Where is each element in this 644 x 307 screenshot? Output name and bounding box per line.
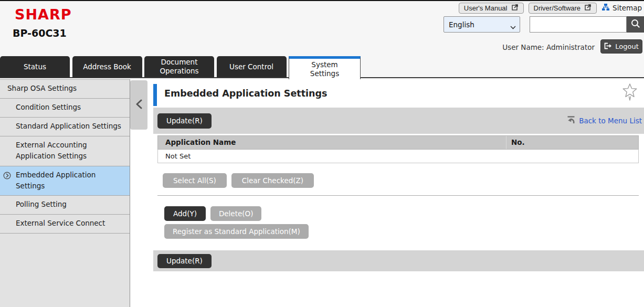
page-title: Embedded Application Settings (164, 88, 327, 99)
clear-checked-button[interactable]: Clear Checked(Z) (231, 173, 314, 188)
sidebar-item-external-accounting-application-settings[interactable]: External Accounting Application Settings (0, 136, 130, 166)
tab-label: Status (24, 62, 46, 71)
edit-button-row: Add(Y) Delete(O) (164, 206, 261, 221)
table-row: Not Set (157, 150, 639, 163)
model-name: BP-60C31 (13, 27, 67, 39)
sidebar-item-label: Condition Settings (16, 103, 81, 111)
sidebar-item-sharp-osa-settings[interactable]: Sharp OSA Settings (0, 80, 130, 99)
back-to-menu-label: Back to Menu List (579, 117, 642, 125)
users-manual-button[interactable]: User's Manual (459, 3, 524, 14)
users-manual-label: User's Manual (464, 4, 508, 12)
sidebar-item-external-service-connect[interactable]: External Service Connect (0, 215, 130, 234)
bottom-action-bar: Update(R) (153, 250, 644, 271)
section-divider (157, 195, 639, 196)
cell-no (506, 150, 638, 163)
sitemap-label: Sitemap (613, 4, 642, 12)
star-icon[interactable] (622, 83, 638, 103)
add-button[interactable]: Add(Y) (164, 206, 206, 221)
table-header-row: Application Name No. (157, 135, 639, 150)
tab-system-settings[interactable]: System Settings (289, 56, 361, 79)
sidebar-item-embedded-application-settings[interactable]: Embedded Application Settings (0, 166, 130, 196)
sidebar: Sharp OSA Settings Condition Settings St… (0, 79, 130, 307)
driver-software-button[interactable]: Driver/Software (529, 3, 597, 14)
search-button[interactable] (627, 16, 644, 33)
sidebar-item-polling-setting[interactable]: Polling Setting (0, 196, 130, 215)
logout-button[interactable]: Logout (600, 39, 642, 54)
tab-label: User Control (229, 62, 273, 71)
logout-label: Logout (615, 43, 639, 50)
language-select[interactable]: English (444, 16, 520, 33)
sidebar-item-label: Embedded Application Settings (16, 171, 96, 190)
user-name-label: User Name: Administrator (502, 43, 595, 51)
sidebar-item-label: Polling Setting (16, 200, 67, 208)
register-button-row: Register as Standard Application(M) (164, 224, 309, 239)
delete-button[interactable]: Delete(O) (210, 206, 262, 221)
tab-document-operations[interactable]: Document Operations (144, 56, 214, 77)
sidebar-item-label: External Service Connect (16, 219, 105, 227)
cell-application-name: Not Set (158, 150, 506, 163)
sidebar-item-label: External Accounting Application Settings (16, 141, 87, 160)
search-icon (630, 18, 641, 30)
sidebar-item-label: Standard Application Settings (16, 122, 121, 130)
tab-label: Address Book (83, 62, 131, 71)
tab-status[interactable]: Status (0, 56, 70, 77)
register-standard-application-button[interactable]: Register as Standard Application(M) (164, 224, 309, 239)
sidebar-item-condition-settings[interactable]: Condition Settings (0, 99, 130, 118)
sharp-logo: SHARP (15, 6, 72, 23)
main-content: Embedded Application Settings Update(R) … (153, 79, 644, 307)
sidebar-collapse-handle[interactable] (130, 80, 147, 130)
select-all-button[interactable]: Select All(S) (163, 173, 227, 188)
language-select-wrap: English (444, 16, 520, 33)
sitemap-icon (601, 3, 610, 13)
sidebar-item-standard-application-settings[interactable]: Standard Application Settings (0, 118, 130, 136)
external-link-icon (585, 4, 592, 12)
back-to-menu-link[interactable]: Back to Menu List (566, 115, 642, 126)
driver-software-label: Driver/Software (534, 4, 581, 12)
header-top-links: User's Manual Driver/Software Sitemap (459, 2, 642, 14)
logout-icon (604, 43, 612, 51)
column-header-application-name: Application Name (158, 136, 506, 149)
back-arrow-icon (566, 115, 576, 126)
title-accent-bar (153, 84, 157, 106)
sidebar-item-label: Sharp OSA Settings (7, 84, 77, 92)
header: SHARP BP-60C31 User's Manual Driver/Soft… (0, 1, 644, 56)
tab-user-control[interactable]: User Control (217, 56, 287, 77)
update-button-top[interactable]: Update(R) (157, 113, 212, 129)
application-table: Application Name No. Not Set (157, 135, 639, 163)
chevron-left-icon (135, 99, 143, 111)
top-action-bar: Update(R) Back to Menu List (153, 108, 644, 134)
sitemap-link[interactable]: Sitemap (601, 3, 642, 13)
tab-label: Document Operations (144, 58, 214, 76)
selection-button-row: Select All(S) Clear Checked(Z) (163, 173, 314, 188)
circled-chevron-right-icon (3, 172, 11, 183)
tab-bar: Status Address Book Document Operations … (0, 56, 644, 78)
external-link-icon (512, 4, 519, 12)
tab-address-book[interactable]: Address Book (72, 56, 142, 77)
update-button-bottom[interactable]: Update(R) (157, 254, 212, 268)
column-header-no: No. (506, 136, 638, 149)
search-input[interactable] (530, 16, 627, 33)
tab-label: System Settings (305, 60, 345, 78)
